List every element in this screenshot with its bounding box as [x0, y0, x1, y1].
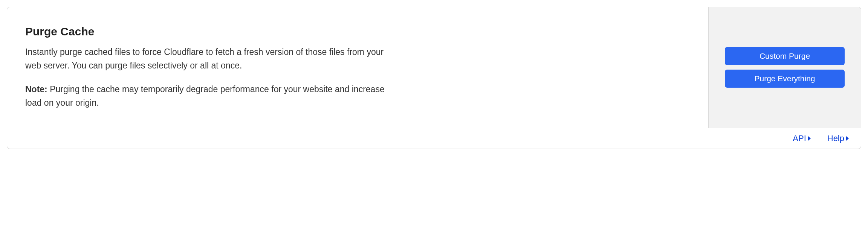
api-link-label: API — [793, 134, 806, 143]
card-note: Note: Purging the cache may temporarily … — [25, 83, 387, 109]
chevron-right-icon — [846, 136, 850, 141]
api-link[interactable]: API — [793, 134, 811, 143]
note-text: Purging the cache may temporarily degrad… — [25, 84, 385, 108]
card-title: Purge Cache — [25, 25, 690, 38]
card-content: Purge Cache Instantly purge cached files… — [7, 7, 708, 128]
purge-cache-card: Purge Cache Instantly purge cached files… — [7, 7, 861, 149]
help-link[interactable]: Help — [827, 134, 850, 143]
card-main-row: Purge Cache Instantly purge cached files… — [7, 7, 861, 128]
chevron-right-icon — [808, 136, 811, 141]
note-label: Note: — [25, 84, 47, 94]
card-actions-panel: Custom Purge Purge Everything — [708, 7, 861, 128]
card-description: Instantly purge cached files to force Cl… — [25, 46, 387, 72]
card-footer: API Help — [7, 128, 861, 149]
help-link-label: Help — [827, 134, 844, 143]
custom-purge-button[interactable]: Custom Purge — [725, 47, 845, 65]
purge-everything-button[interactable]: Purge Everything — [725, 70, 845, 88]
